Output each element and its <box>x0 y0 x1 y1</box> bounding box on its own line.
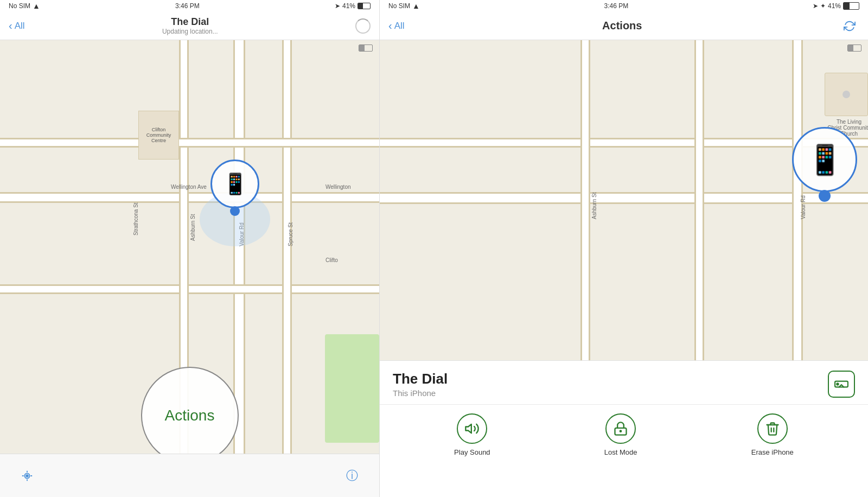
left-location-icon: ➤ <box>335 2 340 10</box>
right-info-row: The Dial This iPhone <box>393 371 855 398</box>
left-status-left: No SIM ▲ <box>9 2 40 10</box>
left-nav-bar: ‹ All The Dial Updating location... <box>0 12 379 40</box>
erase-iphone-button[interactable]: Erase iPhone <box>751 413 794 456</box>
left-map-battery <box>359 44 373 52</box>
right-carrier: No SIM <box>388 2 410 10</box>
right-info-panel: The Dial This iPhone <box>380 360 868 404</box>
left-map-park <box>325 334 379 443</box>
left-wifi-icon: ▲ <box>33 2 40 10</box>
erase-iphone-icon-circle[interactable] <box>757 413 788 444</box>
left-carrier: No SIM <box>9 2 30 10</box>
right-map: The LivingChrist CommunityChurch Ashburn… <box>380 40 868 360</box>
svg-point-1 <box>26 475 28 477</box>
right-battery-icon <box>843 2 859 10</box>
right-phone: No SIM ▲ 3:46 PM ➤ ✦ 41% ‹ All Actions <box>380 0 868 497</box>
left-map-label-wellington2: Wellington <box>326 184 351 190</box>
lost-mode-label: Lost Mode <box>604 448 637 456</box>
left-battery-pct: 41% <box>342 2 355 10</box>
left-device-pin: 📱 <box>210 160 259 216</box>
left-map-label-wellington: Wellington Ave <box>171 184 207 190</box>
left-device-icon: 📱 <box>222 172 248 196</box>
lost-mode-icon-circle[interactable] <box>605 413 636 444</box>
right-battery-pct: 41% <box>828 2 841 10</box>
left-device-dot <box>230 206 240 216</box>
left-map-building: CliftonCommunityCentre <box>138 111 179 160</box>
right-device-type: This iPhone <box>393 388 448 398</box>
right-action-buttons: Play Sound Lost Mode Eras <box>380 404 868 467</box>
svg-point-3 <box>837 383 838 385</box>
right-device-name: The Dial <box>393 371 448 387</box>
left-map-label-ashburn: Ashburn St <box>190 214 196 241</box>
right-time: 3:46 PM <box>604 2 629 10</box>
right-location-icon: ➤ <box>813 2 818 10</box>
left-status-right: ➤ 41% <box>335 2 371 10</box>
left-nav-title-group: The Dial Updating location... <box>162 16 218 35</box>
left-battery-icon <box>358 3 371 9</box>
right-map-battery <box>847 44 861 52</box>
play-sound-icon-circle[interactable] <box>457 413 487 444</box>
right-nav-title: Actions <box>602 20 642 32</box>
left-device-circle: 📱 <box>210 160 259 208</box>
left-phone: No SIM ▲ 3:46 PM ➤ 41% ‹ All The Dial Up… <box>0 0 380 497</box>
right-bt-icon: ✦ <box>820 2 826 10</box>
right-map-church <box>825 73 868 116</box>
right-back-chevron: ‹ <box>388 20 392 32</box>
right-device-pin: 📱 <box>792 127 857 202</box>
left-nav-subtitle: Updating location... <box>162 28 218 35</box>
left-map-label-strathcona: Strathcona St <box>133 202 139 235</box>
right-device-icon: 📱 <box>807 143 843 177</box>
right-device-info: The Dial This iPhone <box>393 371 448 398</box>
right-map-label-ashburn: Ashburn St <box>591 193 597 219</box>
lost-mode-button[interactable]: Lost Mode <box>604 413 637 456</box>
play-sound-label: Play Sound <box>454 448 490 456</box>
left-nav-title: The Dial <box>162 16 218 28</box>
right-status-right: ➤ ✦ 41% <box>813 2 859 10</box>
left-map-label-clifton: Clifto <box>326 257 338 263</box>
left-bottom-bar: ⓘ <box>0 454 379 497</box>
left-info-button[interactable]: ⓘ <box>342 466 362 486</box>
right-device-dot <box>819 190 831 202</box>
left-back-chevron: ‹ <box>9 20 12 32</box>
right-nav-bar: ‹ All Actions <box>380 12 868 40</box>
svg-point-6 <box>620 431 621 432</box>
left-status-bar: No SIM ▲ 3:46 PM ➤ 41% <box>0 0 379 12</box>
left-location-button[interactable] <box>17 466 37 486</box>
play-sound-button[interactable]: Play Sound <box>454 413 490 456</box>
svg-marker-4 <box>466 424 472 433</box>
right-status-left: No SIM ▲ <box>388 2 420 10</box>
actions-label[interactable]: Actions <box>165 407 215 424</box>
left-loading-spinner <box>355 18 371 34</box>
right-directions-button[interactable] <box>828 371 855 398</box>
erase-iphone-label: Erase iPhone <box>751 448 794 456</box>
left-time: 3:46 PM <box>175 2 200 10</box>
left-map: CliftonCommunityCentre Wellington Ave We… <box>0 40 379 454</box>
left-map-label-spruce: Spruce St <box>288 222 293 246</box>
left-info-icon[interactable]: ⓘ <box>346 468 358 484</box>
right-refresh-button[interactable] <box>840 20 859 32</box>
left-back-label[interactable]: All <box>15 21 25 31</box>
right-back-button[interactable]: ‹ All <box>388 20 405 32</box>
right-device-circle: 📱 <box>792 127 857 192</box>
right-status-bar: No SIM ▲ 3:46 PM ➤ ✦ 41% <box>380 0 868 12</box>
left-back-button[interactable]: ‹ All <box>9 20 25 32</box>
right-wifi-icon: ▲ <box>412 2 420 10</box>
right-back-label[interactable]: All <box>394 21 405 31</box>
